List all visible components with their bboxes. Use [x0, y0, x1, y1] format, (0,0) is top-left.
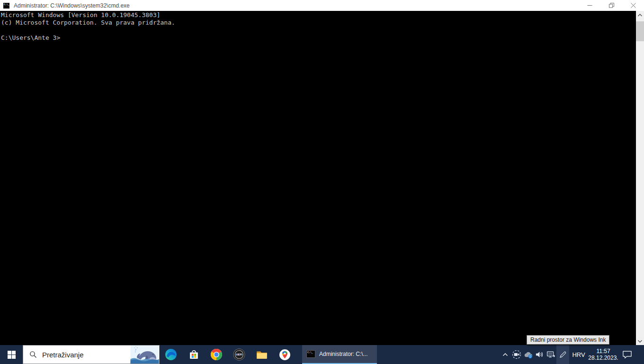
meet-now-camera-icon	[512, 350, 521, 359]
cmd-app-icon[interactable]: C:\_	[3, 3, 9, 9]
search-icon	[29, 351, 37, 358]
close-icon	[631, 3, 636, 8]
taskbar-item-cmd-active[interactable]: C:\_ Administrator: C:\...	[302, 345, 377, 364]
cmd-icon-glyph: C:\_	[307, 351, 315, 354]
clock[interactable]: 11:57 28.12.2023.	[588, 345, 618, 364]
cmd-icon: C:\_	[306, 350, 315, 358]
svg-text:UEFI: UEFI	[236, 353, 242, 356]
show-hidden-icons-button[interactable]	[500, 345, 511, 364]
file-explorer-icon	[256, 348, 268, 361]
terminal-output: Microsoft Windows [Version 10.0.19045.38…	[1, 11, 635, 42]
screen: C:\_ Administrator: C:\Windows\system32\…	[0, 0, 644, 364]
taskbar-empty-area	[377, 345, 500, 364]
scrollbar[interactable]	[636, 11, 644, 345]
chevron-up-icon	[502, 353, 508, 356]
terminal-line: Microsoft Windows [Version 10.0.19045.38…	[1, 11, 635, 19]
minimize-icon	[587, 3, 592, 8]
chrome-icon	[210, 348, 223, 361]
window-title: Administrator: C:\Windows\system32\cmd.e…	[14, 2, 130, 9]
clock-date: 28.12.2023.	[588, 355, 618, 361]
language-indicator[interactable]: HRV	[569, 345, 588, 364]
volume-button[interactable]	[534, 345, 545, 364]
taskbar-item-store[interactable]	[182, 345, 205, 364]
cmd-app-icon-glyph: C:\_	[3, 3, 9, 6]
uefi-icon: UEFI	[233, 348, 245, 361]
scroll-up-button[interactable]	[636, 11, 644, 19]
windows-ink-workspace-button[interactable]	[556, 345, 569, 364]
restore-icon	[609, 3, 614, 8]
taskbar-item-uefi-tool[interactable]: UEFI	[228, 345, 250, 364]
clock-time: 11:57	[596, 348, 610, 355]
window-controls	[579, 0, 644, 11]
scrollbar-thumb[interactable]	[636, 21, 644, 41]
title-bar[interactable]: C:\_ Administrator: C:\Windows\system32\…	[0, 0, 644, 11]
whale-illustration	[130, 346, 159, 364]
terminal-line: (c) Microsoft Corporation. Sva prava pri…	[1, 19, 635, 27]
taskbar-item-google-maps[interactable]	[273, 345, 296, 364]
cloud-sync-icon	[523, 351, 533, 359]
onedrive-sync-button[interactable]	[522, 345, 534, 364]
system-tray: HRV 11:57 28.12.2023.	[500, 345, 635, 364]
taskbar: Pretraživanje	[0, 345, 644, 364]
windows-ink-tooltip: Radni prostor za Windows Ink	[527, 335, 609, 345]
terminal-prompt-line: C:\Users\Ante 3>	[1, 34, 635, 42]
windows-logo-icon	[8, 351, 16, 359]
ethernet-network-icon	[546, 351, 555, 358]
search-placeholder: Pretraživanje	[42, 351, 84, 359]
speaker-icon	[535, 351, 544, 358]
meet-now-button[interactable]	[511, 345, 522, 364]
minimize-button[interactable]	[579, 0, 600, 11]
chevron-down-icon	[638, 340, 642, 343]
taskbar-item-chrome[interactable]	[205, 345, 228, 364]
edge-icon	[165, 348, 177, 361]
terminal-line	[1, 27, 635, 34]
scroll-down-button[interactable]	[636, 337, 644, 345]
notification-bubble-icon	[622, 350, 632, 359]
network-button[interactable]	[545, 345, 556, 364]
chevron-up-icon	[638, 14, 642, 17]
pen-icon	[559, 351, 567, 359]
google-maps-icon	[279, 349, 291, 361]
terminal-screen[interactable]: Microsoft Windows [Version 10.0.19045.38…	[0, 11, 644, 345]
restore-button[interactable]	[600, 0, 622, 11]
search-box[interactable]: Pretraživanje	[23, 345, 160, 364]
active-task-label: Administrator: C:\...	[319, 351, 368, 357]
microsoft-store-icon	[188, 349, 200, 361]
close-button[interactable]	[622, 0, 644, 11]
start-button[interactable]	[0, 345, 23, 364]
taskbar-item-edge[interactable]	[160, 345, 182, 364]
action-center-button[interactable]	[618, 345, 635, 364]
taskbar-item-file-explorer[interactable]	[250, 345, 273, 364]
